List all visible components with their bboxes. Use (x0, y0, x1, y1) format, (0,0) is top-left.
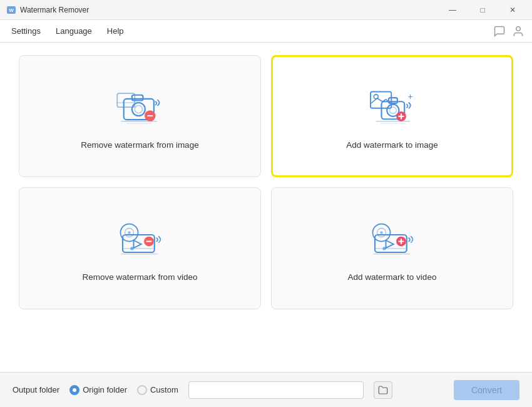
add-video-card[interactable]: Add watermark to video (271, 187, 513, 309)
svg-marker-39 (386, 240, 393, 248)
remove-video-card[interactable]: Remove watermark from video (19, 187, 261, 309)
add-image-icon: + (364, 85, 421, 129)
svg-point-27 (128, 231, 130, 234)
remove-image-label: Remove watermark from image (81, 140, 198, 150)
svg-point-5 (131, 103, 145, 116)
card-grid: Remove watermark from image (19, 55, 513, 309)
remove-video-label: Remove watermark from video (83, 272, 198, 282)
browse-folder-button[interactable] (374, 381, 392, 399)
svg-rect-4 (131, 95, 143, 101)
remove-image-icon (112, 85, 168, 129)
menu-help[interactable]: Help (101, 24, 130, 38)
output-folder-label: Output folder (13, 385, 59, 394)
maximize-button[interactable]: □ (468, 0, 497, 20)
svg-point-31 (130, 247, 133, 250)
minimize-button[interactable]: — (438, 0, 467, 20)
menu-items: Settings Language Help (5, 24, 130, 38)
title-bar-controls: — □ ✕ (438, 0, 527, 20)
origin-folder-radio[interactable] (69, 385, 79, 395)
svg-text:+: + (407, 91, 412, 101)
add-video-label: Add watermark to video (348, 272, 437, 282)
svg-point-18 (389, 107, 396, 114)
svg-marker-29 (133, 240, 141, 248)
remove-image-card[interactable]: Remove watermark from image (19, 55, 261, 177)
svg-point-6 (135, 105, 142, 113)
user-icon-button[interactable] (512, 25, 524, 38)
app-icon: W (6, 5, 16, 15)
chat-icon-button[interactable] (493, 25, 506, 38)
remove-video-icon (112, 217, 168, 261)
origin-folder-label: Origin folder (83, 385, 127, 394)
bottom-bar: Output folder Origin folder Custom Conve… (0, 372, 532, 407)
svg-point-41 (382, 247, 386, 250)
close-button[interactable]: ✕ (498, 0, 527, 20)
add-video-icon (364, 217, 421, 261)
custom-option[interactable]: Custom (137, 385, 178, 395)
svg-text:W: W (9, 8, 14, 13)
add-image-card[interactable]: + Add watermark to image (271, 55, 513, 177)
menu-right (493, 25, 524, 38)
custom-radio[interactable] (137, 385, 147, 395)
add-image-label: Add watermark to image (346, 140, 437, 150)
chat-icon (493, 25, 506, 38)
main-content: Remove watermark from image (0, 43, 532, 372)
title-bar: W Watermark Remover — □ ✕ (0, 0, 532, 20)
menu-language[interactable]: Language (49, 24, 98, 38)
custom-label: Custom (150, 385, 178, 394)
app-title: Watermark Remover (20, 6, 89, 14)
menu-settings[interactable]: Settings (5, 24, 47, 38)
convert-button[interactable]: Convert (454, 380, 519, 400)
origin-folder-option[interactable]: Origin folder (69, 385, 127, 395)
svg-point-37 (380, 231, 382, 234)
folder-icon (378, 385, 388, 395)
user-icon (512, 25, 524, 38)
radio-group: Origin folder Custom (69, 385, 178, 395)
title-bar-left: W Watermark Remover (6, 5, 89, 15)
menu-bar: Settings Language Help (0, 20, 532, 43)
custom-folder-input[interactable] (188, 381, 364, 399)
svg-point-2 (516, 26, 521, 31)
